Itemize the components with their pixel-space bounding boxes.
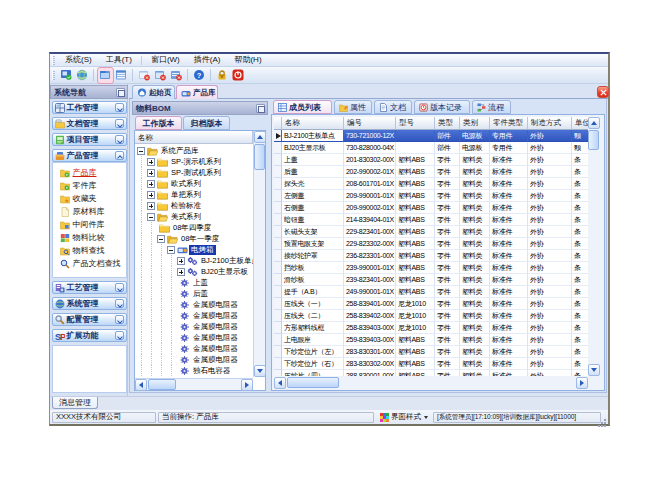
globe-icon[interactable] (75, 68, 90, 83)
grid-scroll-left-icon[interactable] (274, 377, 286, 389)
tree-expander-minus-icon[interactable] (137, 147, 145, 155)
tree-node-SP-测试机系列[interactable]: SP-测试机系列 (135, 167, 253, 178)
sidebar-item-原材料库[interactable]: 原材料库 (53, 205, 126, 218)
grid-row-0[interactable]: BJ-2100主板单点730-721000-12X部件电源板专用件外协颗 (274, 130, 588, 142)
menu-system[interactable]: 系统(S) (58, 54, 99, 66)
grid-tab-流程[interactable]: 流程 (472, 100, 511, 114)
chevron-down-icon[interactable] (115, 331, 124, 340)
sidebar-group-7[interactable]: SP扩展功能 (52, 329, 127, 342)
sidebar-item-零件库[interactable]: 零件库 (53, 179, 126, 192)
tree-node-金属膜电阻器[interactable]: 金属膜电阻器 (135, 354, 253, 365)
tree-expander-plus-icon[interactable] (147, 180, 155, 188)
grid-row-5[interactable]: 左侧盖209-990001-01X塑料ABS零件塑料类标准件外协条 (274, 190, 588, 202)
tree-node-金属膜电阻器[interactable]: 金属膜电阻器 (135, 332, 253, 343)
bom-pin-icon[interactable] (256, 104, 265, 113)
tree-node-金属膜电阻器[interactable]: 金属膜电阻器 (135, 343, 253, 354)
tree-expander-minus-icon[interactable] (167, 246, 175, 254)
column-header-单位[interactable]: 单位 (572, 117, 588, 130)
grid-row-12[interactable]: 滑纱板239-823401-00X塑料ABS零件塑料类标准件外协条 (274, 274, 588, 286)
column-header-类别[interactable]: 类别 (460, 117, 490, 130)
grid-row-10[interactable]: 接纱轮护罩236-823301-00X塑料ABS零件塑料类标准件外协条 (274, 250, 588, 262)
grid-scroll-up-icon[interactable] (588, 117, 600, 129)
sidebar-item-中间件库[interactable]: 中间件库 (53, 218, 126, 231)
tree-node-电烤箱[interactable]: 电烤箱 (135, 244, 253, 255)
sidebar-group-1[interactable]: 文档管理 (52, 117, 127, 130)
menu-plugins[interactable]: 插件(A) (187, 54, 228, 66)
grid-row-1[interactable]: BJ20主显示板730-828000-04X部件电源板专用件外协颗 (274, 142, 588, 154)
chevron-down-icon[interactable] (115, 119, 124, 128)
menubar-grip[interactable] (52, 56, 55, 65)
grid-row-19[interactable]: 下纱定位片（右）283-830302-00X塑料ABS零件塑料类标准件外协条 (274, 358, 588, 370)
tree-node-单把系列[interactable]: 单把系列 (135, 189, 253, 200)
tree-node-上盖[interactable]: 上盖 (135, 277, 253, 288)
folder-window-icon[interactable] (98, 68, 113, 83)
tree-node-SP-演示机系列[interactable]: SP-演示机系列 (135, 156, 253, 167)
chevron-up-icon[interactable] (115, 151, 124, 160)
sidebar-item-产品库[interactable]: 产品库 (53, 166, 126, 179)
window-close3-icon[interactable] (169, 68, 184, 83)
grid-row-18[interactable]: 下纱定位片（左）283-830301-00X塑料ABS零件塑料类标准件外协条 (274, 346, 588, 358)
help-icon[interactable]: ? (192, 68, 207, 83)
tree-expander-plus-icon[interactable] (147, 191, 155, 199)
menu-tools[interactable]: 工具(T) (99, 54, 139, 66)
tree-node-独石电容器[interactable]: 独石电容器 (135, 365, 253, 376)
sidebar-group-2[interactable]: 项目管理 (52, 133, 127, 146)
sidebar-group-3[interactable]: 产品管理 (52, 149, 127, 162)
column-header-编号[interactable]: 编号 (344, 117, 396, 130)
tree-node-BJ20主显示板[interactable]: BJ20主显示板 (135, 266, 253, 277)
grid-row-7[interactable]: 暗钮盖214-839404-01X塑料ABS零件塑料类标准件外协条 (274, 214, 588, 226)
grid-tab-文档[interactable]: 文档 (374, 100, 412, 114)
tree-node-检验标准[interactable]: 检验标准 (135, 200, 253, 211)
grid-scroll-right-icon[interactable] (576, 377, 588, 389)
sidebar-group-6[interactable]: 配置管理 (52, 313, 127, 326)
menu-window[interactable]: 窗口(W) (144, 54, 187, 66)
chevron-down-icon[interactable] (115, 135, 124, 144)
grid-scroll-down-icon[interactable] (588, 364, 600, 376)
doc-tab-product[interactable]: 产品库 (176, 85, 218, 100)
tree-expander-minus-icon[interactable] (147, 213, 155, 221)
bom-tab-0[interactable]: 工作版本 (135, 116, 182, 130)
tree-column-header[interactable]: 名称 (135, 131, 253, 144)
window-close2-icon[interactable] (153, 68, 168, 83)
grid-hscroll-thumb[interactable] (287, 377, 339, 388)
chevron-down-icon[interactable] (115, 103, 124, 112)
grid-row-2[interactable]: 上盖201-830302-00X塑料ABS零件塑料类标准件外协条 (274, 154, 588, 166)
tree-node-金属膜电阻器[interactable]: 金属膜电阻器 (135, 299, 253, 310)
toolbar-grip[interactable] (52, 71, 55, 80)
column-header-类型[interactable]: 类型 (435, 117, 460, 130)
sidebar-item-物料比较[interactable]: 物料比较 (53, 231, 126, 244)
tree-scroll-right-icon[interactable] (241, 379, 253, 391)
grid-tab-属性[interactable]: 属性 (334, 100, 372, 114)
grid-tab-版本记录[interactable]: 版本记录 (414, 100, 470, 114)
tree-vscroll-thumb[interactable] (254, 144, 265, 170)
grid-row-13[interactable]: 提手（A.B）249-990001-01X塑料ABS零件塑料类标准件外协条 (274, 286, 588, 298)
chevron-down-icon[interactable] (115, 299, 124, 308)
tree-horizontal-scrollbar[interactable] (135, 378, 253, 390)
grid-tab-成员列表[interactable]: 成员列表 (273, 100, 332, 114)
resize-grip-icon[interactable] (598, 414, 607, 423)
grid-row-6[interactable]: 右侧盖209-990002-01X塑料ABS零件塑料类标准件外协条 (274, 202, 588, 214)
tab-message-management[interactable]: 消息管理 (52, 397, 98, 409)
column-header-零件类型[interactable]: 零件类型 (490, 117, 528, 130)
tree-scroll-up-icon[interactable] (254, 131, 266, 143)
sidebar-group-0[interactable]: 工作管理 (52, 101, 127, 114)
grid-row-17[interactable]: 上电眼座259-839403-00X塑料ABS零件塑料类标准件外协条 (274, 334, 588, 346)
tree-expander-plus-icon[interactable] (147, 169, 155, 177)
grid-row-4[interactable]: 探头壳208-601701-01X塑料ABS零件塑料类标准件外协条 (274, 178, 588, 190)
window-list-icon[interactable] (114, 68, 129, 83)
doc-tab-home[interactable]: 起始页 (132, 85, 175, 99)
tree-expander-plus-icon[interactable] (177, 257, 185, 265)
tree-expander-minus-icon[interactable] (157, 235, 165, 243)
sidebar-pin-icon[interactable] (116, 88, 125, 97)
sidebar-group-5[interactable]: 系统管理 (52, 297, 127, 310)
power-icon[interactable] (231, 68, 246, 83)
grid-row-14[interactable]: 压线夹（一）258-839401-00X尼龙1010零件塑料类标准件外协条 (274, 298, 588, 310)
window-close-icon[interactable] (137, 68, 152, 83)
column-header-制造方式[interactable]: 制造方式 (528, 117, 572, 130)
tree-node-美式系列[interactable]: 美式系列 (135, 211, 253, 222)
chevron-down-icon[interactable] (115, 315, 124, 324)
grid-row-3[interactable]: 后盖202-990002-01X塑料ABS零件塑料类标准件外协条 (274, 166, 588, 178)
tree-node-金属膜电阻器[interactable]: 金属膜电阻器 (135, 321, 253, 332)
chevron-down-icon[interactable] (115, 283, 124, 292)
sidebar-item-收藏夹[interactable]: 收藏夹 (53, 192, 126, 205)
